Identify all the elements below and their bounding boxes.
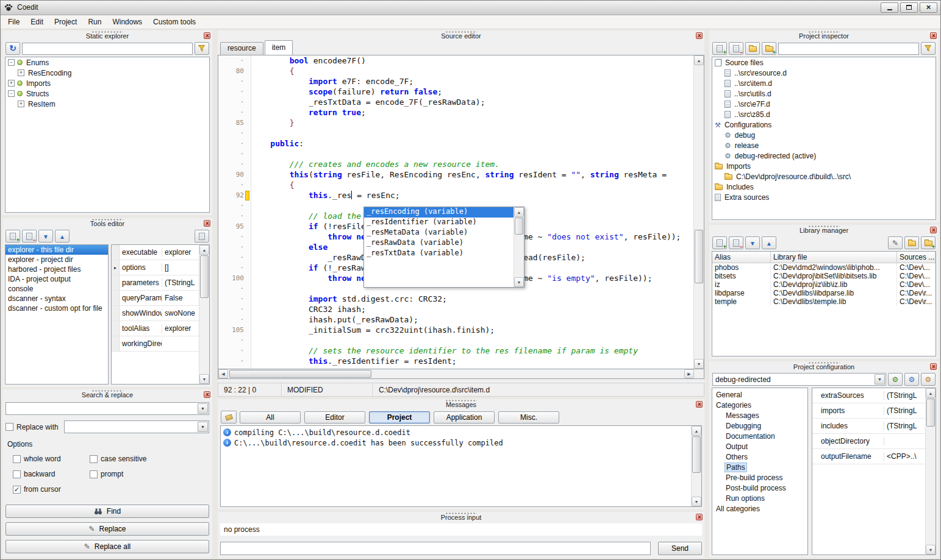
filter-button-misc[interactable]: Misc. (498, 411, 559, 424)
scroll-right-icon[interactable] (684, 369, 694, 378)
property-value[interactable]: (TStringL (884, 391, 925, 400)
expander-icon[interactable]: + (18, 69, 24, 76)
line-number[interactable]: · (218, 294, 251, 304)
dropdown-icon[interactable] (875, 374, 885, 385)
project-inspector-header[interactable]: Project inspector (709, 30, 939, 40)
scrollbar-track[interactable] (514, 217, 524, 277)
line-number[interactable]: · (218, 159, 251, 169)
scrollbar-track[interactable] (926, 398, 936, 545)
tree-item[interactable]: Configurations (712, 119, 936, 130)
tree-item[interactable]: release (712, 140, 936, 151)
code-editor[interactable]: ·80····85····90·92··95····100····105··· … (218, 55, 704, 369)
property-value[interactable]: explorer (162, 324, 199, 333)
scroll-down-icon[interactable] (926, 545, 936, 555)
add-source-button[interactable]: + (712, 42, 727, 55)
tree-item[interactable]: Includes (712, 182, 936, 192)
line-number[interactable]: 85 (218, 118, 251, 128)
checkbox-icon[interactable] (5, 423, 13, 431)
tool-list-item[interactable]: explorer - this file dir (5, 245, 108, 255)
tree-item[interactable]: +Imports (5, 78, 209, 88)
filter-button[interactable] (921, 42, 936, 55)
code-line[interactable]: { (251, 180, 693, 190)
tree-item[interactable]: Messages (712, 410, 807, 420)
scrollbar-thumb[interactable] (692, 436, 701, 473)
tree-item[interactable]: Debugging (712, 420, 807, 431)
filter-button[interactable] (195, 42, 209, 55)
expander-icon[interactable]: - (8, 59, 15, 66)
remove-tool-button[interactable]: − (22, 230, 37, 243)
line-number[interactable]: · (218, 138, 251, 149)
process-input-field[interactable] (220, 542, 651, 555)
tree-item[interactable]: ..\src\z85.d (712, 109, 936, 119)
tree-item[interactable]: -Structs (5, 88, 209, 99)
line-number[interactable]: · (218, 149, 251, 159)
property-row[interactable]: workingDirect (112, 336, 199, 352)
checkbox-icon[interactable] (90, 470, 98, 478)
tree-item[interactable]: Pre-build process (712, 472, 807, 483)
completion-item[interactable]: _resIdentifier (variable) (364, 218, 513, 228)
code-line[interactable]: { (251, 66, 693, 76)
config-grid-scrollbar[interactable] (925, 388, 936, 555)
code-line[interactable]: public: (251, 138, 693, 149)
tab-item[interactable]: item (265, 40, 293, 55)
tree-item[interactable]: +ResEncoding (5, 68, 209, 78)
line-number[interactable]: 95 (218, 221, 251, 232)
replace-all-button[interactable]: Replace all (5, 540, 209, 553)
completion-item[interactable]: _resMetaData (variable) (364, 228, 513, 238)
replace-button[interactable]: Replace (5, 522, 209, 536)
refresh-button[interactable] (5, 42, 20, 55)
tool-list-item[interactable]: IDA - project output (5, 274, 108, 284)
search-replace-header[interactable]: Search & replace (2, 389, 212, 399)
code-line[interactable]: scope(failure) return false; (251, 87, 693, 97)
property-value[interactable]: (TStringL (162, 278, 199, 287)
clone-config-button[interactable] (888, 373, 903, 386)
code-line[interactable]: } (251, 118, 693, 128)
scrollbar-thumb[interactable] (926, 399, 935, 427)
line-number[interactable]: · (218, 232, 251, 242)
clear-messages-button[interactable] (221, 411, 237, 424)
code-line[interactable]: // sets the resource identifier to the r… (251, 346, 693, 356)
code-line[interactable]: /// creates and encodes a new resource i… (251, 159, 693, 169)
close-button[interactable] (920, 2, 937, 13)
search-term-combo[interactable] (5, 402, 209, 415)
tree-item[interactable]: +ResItem (5, 99, 209, 109)
scroll-up-icon[interactable] (694, 55, 704, 65)
add-folder-button[interactable] (745, 42, 760, 55)
property-row[interactable]: imports(TStringL (812, 403, 925, 419)
code-line[interactable]: import std.digest.crc: CRC32; (251, 294, 693, 304)
completion-item[interactable]: _resRawData (variable) (364, 238, 513, 249)
property-row[interactable]: showWindowsswoNone (112, 306, 199, 321)
code-line[interactable]: this(string resFile, ResEncoding resEnc,… (251, 169, 693, 180)
minimize-button[interactable] (881, 2, 898, 13)
open-folder-button[interactable]: + (762, 42, 776, 55)
tree-item[interactable]: Categories (712, 400, 807, 410)
symbol-filter-input[interactable] (22, 43, 193, 55)
tab-resource[interactable]: resource (220, 42, 263, 55)
scrollbar-thumb[interactable] (229, 370, 371, 378)
code-line[interactable] (251, 149, 693, 159)
column-header[interactable]: Alias (712, 252, 771, 263)
code-line[interactable] (251, 335, 693, 346)
line-number[interactable]: · (218, 76, 251, 87)
expander-icon[interactable]: + (8, 80, 15, 87)
code-line[interactable]: _resTxtData = encode_7F(_resRawData); (251, 97, 693, 107)
line-number[interactable]: · (218, 356, 251, 366)
find-button[interactable]: Find (5, 505, 209, 518)
property-row[interactable]: outputFilename<CPP>..\ (812, 449, 925, 464)
line-number[interactable]: 80 (218, 66, 251, 76)
checkbox-icon[interactable] (90, 455, 98, 463)
scroll-left-icon[interactable] (218, 369, 228, 378)
menu-project[interactable]: Project (49, 15, 82, 29)
add-tool-button[interactable]: + (5, 230, 20, 243)
line-number[interactable]: · (218, 211, 251, 221)
completion-item[interactable]: _resTxtData (variable) (364, 249, 513, 259)
scroll-up-icon[interactable] (199, 245, 209, 255)
tree-item[interactable]: Output (712, 441, 807, 452)
option-case-sensitive[interactable]: case sensitive (90, 455, 212, 463)
checkbox-icon[interactable] (13, 470, 21, 478)
scrollbar-track[interactable] (694, 65, 704, 359)
table-row[interactable]: bitsetsC:\Dev\dproj\bitSet\lib\bitsets.l… (712, 272, 936, 280)
expander-icon[interactable]: - (8, 90, 15, 97)
scrollbar-track[interactable] (199, 255, 209, 374)
messages-scrollbar[interactable] (691, 426, 701, 506)
